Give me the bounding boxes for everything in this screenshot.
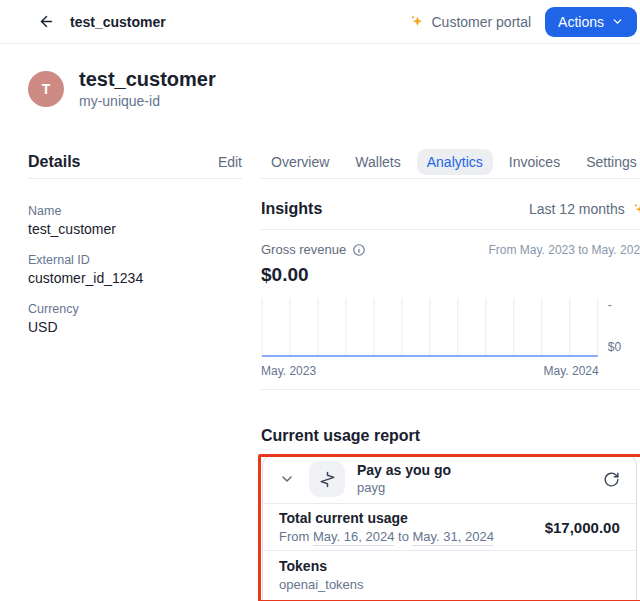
plan-code: payg (357, 480, 451, 496)
pulse-icon (319, 471, 336, 488)
top-bar: test_customer Customer portal Actions (0, 0, 640, 44)
tab-wallets[interactable]: Wallets (345, 149, 410, 175)
detail-field-external-id: External ID customer_id_1234 (28, 252, 242, 287)
sparkle-icon (632, 202, 640, 217)
field-value: customer_id_1234 (28, 270, 242, 287)
plan-name: Pay as you go (357, 462, 451, 479)
insights-divider (261, 229, 640, 230)
usage-item-row: Tokens openai_tokens (263, 551, 636, 593)
detail-field-currency: Currency USD (28, 301, 242, 336)
chart-divider (261, 389, 640, 390)
usage-item-name: Tokens (279, 558, 620, 575)
back-button[interactable] (36, 12, 56, 32)
details-panel: Details Edit Name test_customer External… (28, 148, 242, 601)
gross-revenue-value: $0.00 (261, 263, 640, 287)
chevron-down-icon (279, 471, 295, 487)
y-axis-bottom-label: $0 (608, 340, 640, 354)
actions-button[interactable]: Actions (545, 7, 637, 37)
period-label: Last 12 months (529, 201, 625, 217)
usage-report-card: Pay as you go payg Total cu (262, 454, 637, 601)
tab-bar: Overview Wallets Analytics Invoices Sett… (261, 148, 640, 176)
period-end-date[interactable]: May. 31, 2024 (412, 529, 493, 546)
chevron-down-icon (611, 15, 624, 28)
gross-revenue-chart: - $0 (261, 298, 640, 358)
refresh-icon (603, 471, 620, 488)
customer-external-id: my-unique-id (79, 92, 216, 110)
arrow-left-icon (38, 13, 55, 30)
details-divider (28, 178, 242, 179)
refresh-button[interactable] (602, 469, 622, 489)
gross-revenue-label: Gross revenue (261, 242, 346, 257)
main-panel: Overview Wallets Analytics Invoices Sett… (261, 148, 640, 601)
x-axis-start-label: May. 2023 (261, 364, 316, 378)
tabs-divider (261, 178, 640, 179)
period-joiner: to (398, 529, 409, 544)
usage-item-code: openai_tokens (279, 577, 620, 593)
actions-button-label: Actions (558, 14, 604, 30)
total-usage-period: From May. 16, 2024 to May. 31, 2024 (279, 529, 494, 545)
page-title: test_customer (70, 14, 166, 30)
field-label: Currency (28, 301, 242, 317)
usage-report-heading: Current usage report (261, 426, 640, 446)
edit-details-button[interactable]: Edit (218, 154, 242, 170)
tab-invoices[interactable]: Invoices (499, 149, 570, 175)
customer-portal-link[interactable]: Customer portal (409, 14, 531, 30)
insights-heading: Insights (261, 200, 322, 218)
chart-plot-area (261, 298, 599, 358)
detail-field-name: Name test_customer (28, 203, 242, 238)
chart-date-range: From May. 2023 to May. 2024 (488, 243, 640, 257)
period-start-date[interactable]: May. 16, 2024 (313, 529, 394, 546)
total-usage-label: Total current usage (279, 510, 494, 527)
y-axis-top-label: - (608, 298, 640, 312)
period-selector[interactable]: Last 12 months (529, 201, 640, 217)
field-value: USD (28, 319, 242, 336)
tab-overview[interactable]: Overview (261, 149, 339, 175)
details-heading: Details (28, 153, 80, 171)
field-label: Name (28, 203, 242, 219)
info-icon[interactable] (352, 243, 366, 257)
sparkle-icon (409, 14, 424, 29)
x-axis-end-label: May. 2024 (544, 364, 599, 378)
customer-portal-label: Customer portal (431, 14, 531, 30)
field-value: test_customer (28, 221, 242, 238)
collapse-toggle[interactable] (277, 469, 297, 489)
avatar: T (28, 71, 64, 107)
tab-settings[interactable]: Settings (576, 149, 640, 175)
total-usage-value: $17,000.00 (545, 519, 620, 536)
period-prefix: From (279, 529, 309, 544)
field-label: External ID (28, 252, 242, 268)
customer-profile: T test_customer my-unique-id (28, 68, 640, 110)
tab-analytics[interactable]: Analytics (417, 149, 493, 175)
customer-name: test_customer (79, 68, 216, 90)
plan-icon-box (309, 461, 345, 497)
